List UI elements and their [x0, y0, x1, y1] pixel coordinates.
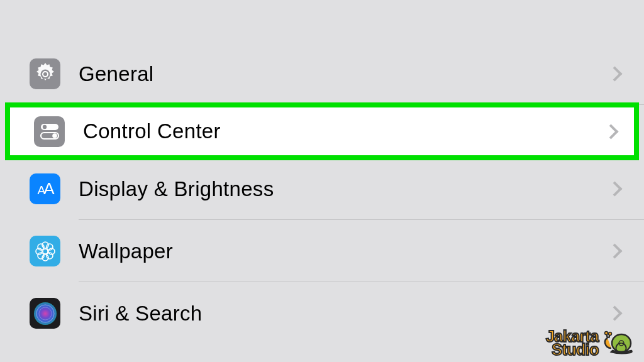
svg-point-2	[43, 72, 47, 76]
chevron-right-icon	[607, 181, 622, 196]
control-center-icon	[34, 116, 65, 147]
settings-list: General Control Center AA Display & Brig…	[0, 0, 644, 344]
svg-point-22	[609, 332, 612, 336]
watermark-line2: Studio	[552, 343, 599, 356]
settings-row-control-center[interactable]: Control Center	[5, 102, 639, 160]
row-label: Siri & Search	[79, 302, 609, 326]
gear-icon	[30, 58, 60, 89]
chevron-right-icon	[607, 243, 622, 258]
svg-point-16	[34, 302, 57, 325]
display-icon: AA	[30, 173, 60, 204]
settings-row-wallpaper[interactable]: Wallpaper	[0, 220, 644, 282]
svg-point-6	[52, 133, 57, 138]
watermark: Jakarta Studio	[546, 329, 636, 357]
chevron-right-icon	[607, 66, 622, 81]
svg-point-21	[605, 332, 608, 335]
settings-row-general[interactable]: General	[0, 43, 644, 105]
svg-point-7	[43, 249, 48, 254]
row-label: General	[79, 62, 609, 86]
chevron-right-icon	[603, 124, 618, 139]
row-label: Control Center	[83, 119, 606, 143]
svg-point-4	[42, 125, 46, 129]
siri-icon	[30, 298, 60, 329]
snail-icon	[601, 329, 636, 357]
settings-row-display[interactable]: AA Display & Brightness	[0, 158, 644, 220]
chevron-right-icon	[607, 305, 622, 321]
watermark-text: Jakarta Studio	[546, 330, 599, 357]
row-label: Wallpaper	[79, 239, 609, 263]
row-label: Display & Brightness	[79, 177, 609, 201]
wallpaper-icon	[30, 236, 60, 266]
